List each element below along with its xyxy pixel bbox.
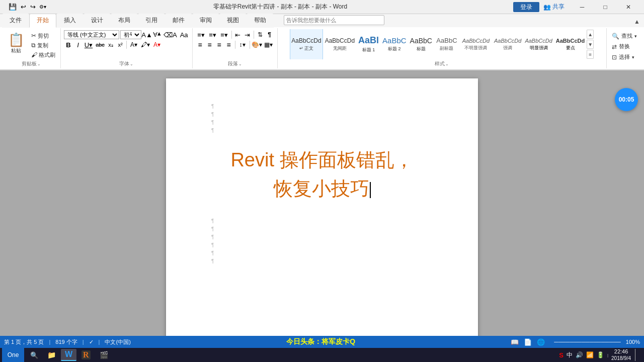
border-button[interactable]: ▦▾ <box>263 40 274 49</box>
justify-button[interactable]: ≡ <box>224 40 233 49</box>
taskbar-file-explorer[interactable]: 📁 <box>43 349 60 361</box>
maximize-button[interactable]: □ <box>594 0 617 14</box>
style-strong[interactable]: AaBbCcDd 明显强调 <box>523 29 553 59</box>
shading-button[interactable]: 🎨▾ <box>252 40 263 49</box>
show-marks-button[interactable]: ¶ <box>265 30 274 39</box>
font-shrink-icon[interactable]: A▾ <box>152 30 162 39</box>
decrease-indent-button[interactable]: ⇤ <box>233 30 243 39</box>
tab-mailings[interactable]: 邮件 <box>165 14 192 28</box>
styles-expand-icon[interactable]: ⌄ <box>445 62 449 66</box>
change-case-icon[interactable]: Aa <box>179 31 189 39</box>
customize-icon[interactable]: ⚙▾ <box>38 4 47 10</box>
style-important[interactable]: AaBbCcDd 要点 <box>554 29 586 59</box>
underline-button[interactable]: U▾ <box>83 40 94 49</box>
tell-me-search[interactable] <box>284 15 384 25</box>
styles-scroll-up[interactable]: ▲ <box>587 30 594 39</box>
font-grow-icon[interactable]: A▲ <box>142 30 151 39</box>
align-left-button[interactable]: ≡ <box>196 40 205 49</box>
format-painter-button[interactable]: 🖌 格式刷 <box>29 50 57 59</box>
timer-overlay[interactable]: 00:05 <box>615 88 638 111</box>
tray-clock[interactable]: 22:46 2018/9/4 <box>611 348 631 361</box>
tray-sound[interactable]: 🔊 <box>576 351 583 358</box>
clear-format-icon[interactable]: ⌫A <box>163 31 178 39</box>
numbered-list-button[interactable]: ≡▾ <box>207 30 218 39</box>
text-effect-button[interactable]: A▾ <box>128 40 139 49</box>
bold-button[interactable]: B <box>64 40 73 49</box>
sort-button[interactable]: ⇅ <box>256 30 265 39</box>
taskbar-revit[interactable]: R <box>77 349 95 361</box>
font-expand-icon[interactable]: ⌄ <box>130 62 133 66</box>
find-button[interactable]: 🔍 查找 ▾ <box>610 31 639 41</box>
style-heading1[interactable]: AaBl 标题 1 <box>357 29 380 59</box>
read-view-button[interactable]: 📖 <box>511 338 519 346</box>
print-view-button[interactable]: 📄 <box>524 338 532 346</box>
strikethrough-button[interactable]: abc <box>95 40 106 49</box>
style-subtitle[interactable]: AaBbC 副标题 <box>434 29 459 59</box>
editing-group: 🔍 查找 ▾ ⇄ 替换 ⊡ 选择 ▾ <box>607 28 642 68</box>
show-desktop-button[interactable] <box>635 349 638 361</box>
align-right-button[interactable]: ≡ <box>215 40 224 49</box>
tab-review[interactable]: 审阅 <box>192 14 219 28</box>
paste-button[interactable]: 📋 粘贴 <box>5 29 27 58</box>
paragraph-label[interactable]: 段落 ⌄ <box>196 60 274 67</box>
register-button[interactable]: 登录 <box>513 2 539 12</box>
replace-button[interactable]: ⇄ 替换 <box>610 42 639 51</box>
font-label[interactable]: 字体 ⌄ <box>64 60 189 67</box>
close-button[interactable]: ✕ <box>617 0 640 14</box>
clipboard-label[interactable]: 剪贴板 ⌄ <box>5 60 57 67</box>
styles-scroll-down[interactable]: ▼ <box>587 40 594 49</box>
undo-icon[interactable]: ↩ <box>19 3 28 11</box>
subscript-button[interactable]: x₂ <box>106 40 115 49</box>
minimize-button[interactable]: ─ <box>571 0 594 14</box>
tray-antivirus[interactable]: S <box>559 351 564 359</box>
highlight-button[interactable]: 🖍▾ <box>140 40 151 49</box>
cut-button[interactable]: ✂ 剪切 <box>29 31 57 40</box>
ribbon-collapse-icon[interactable]: ▲ <box>634 18 640 25</box>
font-color-button[interactable]: A▾ <box>151 40 163 49</box>
multilevel-list-button[interactable]: ≡▾ <box>219 30 230 39</box>
style-normal[interactable]: AaBbCcDd ↵ 正文 <box>290 29 323 59</box>
align-center-button[interactable]: ≡ <box>205 40 214 49</box>
tray-ime[interactable]: 中 <box>567 351 573 359</box>
copy-button[interactable]: ⧉ 复制 <box>29 41 57 50</box>
web-view-button[interactable]: 🌐 <box>537 338 545 346</box>
font-size-select[interactable]: 初号 <box>120 30 141 39</box>
tray-battery[interactable]: 🔋 <box>597 351 604 358</box>
style-heading2[interactable]: AaBbC 标题 2 <box>381 29 408 59</box>
tray-network[interactable]: 📶 <box>586 351 594 358</box>
styles-label[interactable]: 样式 ⌄ <box>280 60 604 67</box>
italic-button[interactable]: I <box>73 40 83 49</box>
tab-file[interactable]: 文件 <box>2 14 29 28</box>
save-icon[interactable]: 💾 <box>7 3 18 11</box>
style-subtle-emphasis[interactable]: AaBbCcDd 不明显强调 <box>460 29 492 59</box>
taskbar-search[interactable]: 🔍 <box>26 349 42 361</box>
start-button[interactable]: One <box>2 348 24 362</box>
increase-indent-button[interactable]: ⇥ <box>243 30 252 39</box>
superscript-button[interactable]: x² <box>116 40 125 49</box>
styles-more[interactable]: ≡ <box>587 50 594 59</box>
taskbar-media[interactable]: 🎬 <box>96 349 112 361</box>
redo-icon[interactable]: ↪ <box>29 3 37 11</box>
style-title[interactable]: AaBbC 标题 <box>409 29 434 59</box>
tab-design[interactable]: 设计 <box>84 14 111 28</box>
paragraph-expand-icon[interactable]: ⌄ <box>238 62 242 66</box>
tab-view[interactable]: 视图 <box>219 14 247 28</box>
font-name-select[interactable]: 等线 (中文正文) <box>64 30 119 39</box>
clipboard-expand-icon[interactable]: ⌄ <box>37 62 41 66</box>
clipboard-group: 📋 粘贴 ✂ 剪切 ⧉ 复制 🖌 格式刷 剪贴板 ⌄ <box>2 28 61 68</box>
style-emphasis[interactable]: AaBbCcDd 强调 <box>493 29 523 59</box>
select-button[interactable]: ⊡ 选择 ▾ <box>610 52 639 62</box>
tab-layout[interactable]: 布局 <box>111 14 138 28</box>
bullet-list-button[interactable]: ≡▾ <box>196 30 207 39</box>
tab-help[interactable]: 帮助 <box>247 14 274 28</box>
tab-home[interactable]: 开始 <box>29 14 56 28</box>
line-spacing-button[interactable]: ↕▾ <box>237 40 248 49</box>
document-title[interactable]: Revit 操作面板错乱， 恢复小技巧 <box>211 146 433 203</box>
taskbar-word[interactable]: W <box>61 349 76 361</box>
tab-references[interactable]: 引用 <box>138 14 165 28</box>
proofread-icon[interactable]: ✓ <box>89 339 94 345</box>
share-button[interactable]: 👥 共享 <box>543 3 565 11</box>
tab-insert[interactable]: 插入 <box>56 14 84 28</box>
page-info: 第 1 页，共 5 页 <box>4 338 44 346</box>
style-no-spacing[interactable]: AaBbCcDd 无间距 <box>324 29 356 59</box>
